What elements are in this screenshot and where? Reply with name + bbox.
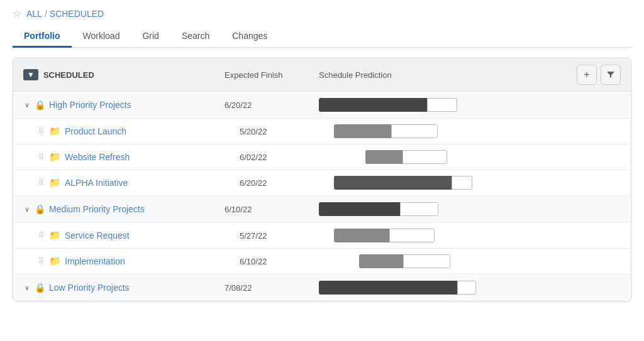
lock-icon-low: 🔒 — [35, 283, 45, 293]
item-bar-alpha-initiative — [334, 176, 570, 190]
folder-icon-alpha-initiative: 📁 — [49, 177, 61, 188]
drag-handle-service-request[interactable]: ⠿ — [38, 231, 44, 240]
lock-icon-medium: 🔒 — [35, 204, 45, 214]
item-date-website-refresh: 6/02/22 — [240, 153, 334, 162]
table-title: SCHEDULED — [43, 70, 94, 80]
item-label-website-refresh[interactable]: Website Refresh — [65, 152, 130, 162]
collapse-medium-priority[interactable]: ∨ — [23, 205, 31, 214]
item-name-implementation: ⠿ 📁 Implementation — [38, 256, 240, 267]
table-actions: + — [570, 65, 621, 85]
collapse-low-priority[interactable]: ∨ — [23, 284, 31, 292]
item-name-website-refresh: ⠿ 📁 Website Refresh — [38, 151, 240, 163]
tab-bar: Portfolio Workload Grid Search Changes — [13, 26, 631, 48]
folder-icon-service-request: 📁 — [49, 230, 61, 241]
lock-icon-high: 🔒 — [35, 100, 45, 110]
group-name-medium: ∨ 🔒 Medium Priority Projects — [23, 204, 225, 214]
group-date-low: 7/08/22 — [225, 283, 319, 293]
item-date-implementation: 6/10/22 — [240, 257, 334, 266]
group-label-low[interactable]: Low Priority Projects — [49, 283, 130, 293]
item-row-website-refresh: ⠿ 📁 Website Refresh 6/02/22 — [13, 144, 631, 170]
item-date-product-launch: 5/20/22 — [240, 127, 334, 136]
item-row-service-request: ⠿ 📁 Service Request 5/27/22 — [13, 223, 631, 249]
group-bar-high — [319, 98, 570, 112]
group-date-medium: 6/10/22 — [225, 205, 319, 214]
folder-icon-website-refresh: 📁 — [49, 151, 61, 163]
item-label-service-request[interactable]: Service Request — [65, 230, 130, 241]
breadcrumb: ☆ ALL / SCHEDULED — [13, 8, 631, 19]
group-row-low-priority[interactable]: ∨ 🔒 Low Priority Projects 7/08/22 — [13, 274, 631, 301]
breadcrumb-scheduled[interactable]: SCHEDULED — [50, 9, 104, 19]
collapse-high-priority[interactable]: ∨ — [23, 101, 31, 109]
group-row-high-priority[interactable]: ∨ 🔒 High Priority Projects 6/20/22 — [13, 92, 631, 119]
item-bar-website-refresh — [334, 150, 570, 164]
group-bar-medium — [319, 202, 570, 216]
breadcrumb-all[interactable]: ALL — [26, 9, 42, 19]
schedule-table: ▼ SCHEDULED Expected Finish Schedule Pre… — [13, 58, 631, 302]
item-name-product-launch: ⠿ 📁 Product Launch — [38, 126, 240, 137]
group-label-high[interactable]: High Priority Projects — [49, 100, 131, 110]
tab-grid[interactable]: Grid — [131, 26, 170, 48]
item-bar-implementation — [334, 254, 570, 268]
group-row-medium-priority[interactable]: ∨ 🔒 Medium Priority Projects 6/10/22 — [13, 196, 631, 223]
col-expected-finish: Expected Finish — [225, 70, 319, 80]
item-date-alpha-initiative: 6/20/22 — [240, 178, 334, 188]
col-schedule-prediction: Schedule Prediction — [319, 70, 570, 80]
item-row-implementation: ⠿ 📁 Implementation 6/10/22 — [13, 249, 631, 274]
drag-handle-website-refresh[interactable]: ⠿ — [38, 153, 44, 161]
group-bar-low — [319, 281, 570, 295]
table-header: ▼ SCHEDULED Expected Finish Schedule Pre… — [13, 58, 631, 92]
item-bar-service-request — [334, 229, 570, 242]
group-name-high: ∨ 🔒 High Priority Projects — [23, 100, 225, 110]
group-label-medium[interactable]: Medium Priority Projects — [49, 204, 145, 214]
item-name-service-request: ⠿ 📁 Service Request — [38, 230, 240, 241]
scheduled-dropdown[interactable]: ▼ — [23, 69, 38, 80]
drag-handle-alpha-initiative[interactable]: ⠿ — [38, 178, 44, 187]
breadcrumb-sep: / — [45, 9, 47, 19]
item-label-alpha-initiative[interactable]: ALPHA Initiative — [65, 178, 128, 188]
add-button[interactable]: + — [577, 65, 597, 85]
group-date-high: 6/20/22 — [225, 100, 319, 110]
item-row-product-launch: ⠿ 📁 Product Launch 5/20/22 — [13, 119, 631, 144]
filter-button[interactable] — [601, 65, 621, 85]
item-label-implementation[interactable]: Implementation — [65, 256, 125, 266]
item-bar-product-launch — [334, 124, 570, 138]
tab-workload[interactable]: Workload — [72, 26, 131, 48]
item-label-product-launch[interactable]: Product Launch — [65, 126, 126, 136]
tab-changes[interactable]: Changes — [221, 26, 279, 48]
drag-handle-implementation[interactable]: ⠿ — [38, 257, 44, 266]
group-name-low: ∨ 🔒 Low Priority Projects — [23, 283, 225, 293]
table-title-cell: ▼ SCHEDULED — [23, 69, 225, 80]
tab-search[interactable]: Search — [170, 26, 221, 48]
star-icon[interactable]: ☆ — [13, 8, 21, 19]
item-row-alpha-initiative: ⠿ 📁 ALPHA Initiative 6/20/22 — [13, 170, 631, 196]
tab-portfolio[interactable]: Portfolio — [13, 26, 72, 48]
folder-icon-implementation: 📁 — [49, 256, 61, 267]
drag-handle-product-launch[interactable]: ⠿ — [38, 127, 44, 136]
folder-icon-product-launch: 📁 — [49, 126, 61, 137]
item-name-alpha-initiative: ⠿ 📁 ALPHA Initiative — [38, 177, 240, 188]
item-date-service-request: 5/27/22 — [240, 231, 334, 241]
